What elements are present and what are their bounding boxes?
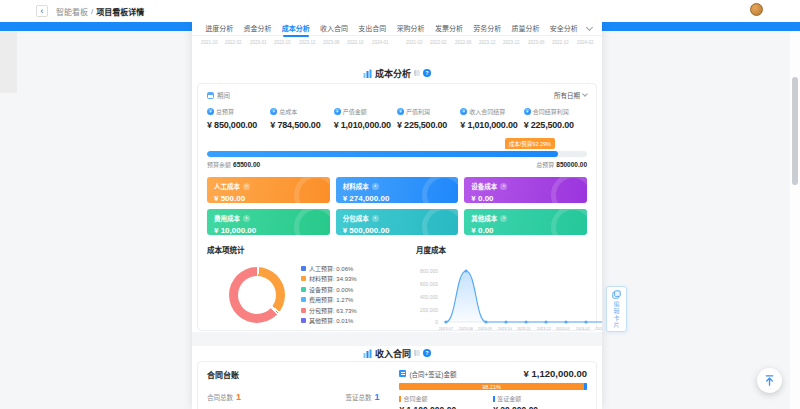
cost-section-header: 成本分析 ? [192, 65, 602, 81]
income-legend-visa: 签证金额 [493, 394, 587, 403]
tab-cost-analysis[interactable]: 成本分析 [277, 21, 315, 36]
tabs-collapse-chevron-icon[interactable] [586, 23, 593, 30]
cost-card-labor[interactable]: 人工成本› ¥ 500.00 [207, 177, 330, 203]
x-axis-tick: 2024-01 [555, 326, 572, 330]
period-label: 期间 [217, 90, 230, 100]
contract-stacked-bar[interactable]: 98.21% [399, 383, 587, 390]
back-chevron-icon: ‹ [41, 6, 44, 16]
contract-count: 合同总数 1 [207, 392, 241, 402]
axis-label: 2022-06 [455, 39, 472, 44]
axis-label: 2021-10 [406, 39, 423, 44]
tab-expense-contract[interactable]: 支出合同 [353, 21, 391, 36]
visa-count: 签证总数 1 [345, 392, 379, 402]
donut-chart-title: 成本项统计 [207, 244, 416, 255]
cost-card-subcontract[interactable]: 分包成本› ¥ 500,000.00 [336, 209, 459, 235]
cost-budget-ratio-badge: 成本/预算92.29% [505, 138, 555, 149]
card-label: 设备成本 [471, 181, 497, 191]
breadcrumb-current: 项目看板详情 [96, 6, 144, 17]
axis-label: 2023-12 [298, 39, 315, 44]
tab-income-contract[interactable]: 收入合同 [315, 21, 353, 36]
back-button[interactable]: ‹ [36, 5, 48, 17]
calendar-icon [207, 92, 214, 99]
page-scrollbar [790, 31, 800, 409]
x-axis-tick: 2024-03 [594, 326, 602, 330]
donut-legend: 人工预算: 0.06% 材料预算: 34.93% 设备预算: 0.00% 费用预… [301, 263, 357, 326]
axis-label: 2022-10 [274, 39, 291, 44]
card-value: ¥ 0.00 [471, 226, 580, 235]
tab-safety-analysis[interactable]: 安全分析 [545, 21, 583, 36]
axis-label: 2022-02 [225, 39, 242, 44]
breadcrumb-root[interactable]: 智能看板 [56, 6, 88, 17]
screen: ‹ 智能看板 / 项目看板详情 进度分析 资金分析 成本分析 收入合同 支出合同… [0, 0, 800, 409]
page-scrollbar-thumb[interactable] [792, 77, 798, 185]
monthly-chart-title: 月度成本 [416, 244, 587, 255]
tab-progress-analysis[interactable]: 进度分析 [200, 21, 238, 36]
donut-legend-item[interactable]: 其他预算: 0.01% [301, 316, 357, 327]
yuan-icon: ¥ [397, 108, 404, 115]
tab-procurement-analysis[interactable]: 采购分析 [391, 21, 429, 36]
mini-chart-icon[interactable] [414, 70, 420, 76]
tab-funds-analysis[interactable]: 资金分析 [238, 21, 276, 36]
x-axis-tick: 2023-12 [535, 326, 552, 330]
edit-icon [612, 290, 621, 299]
metric-value: ¥ 225,500.00 [397, 120, 460, 130]
legend-dot [301, 318, 306, 323]
cost-card-material[interactable]: 材料成本› ¥ 274,000.00 [336, 177, 459, 203]
app-header: ‹ 智能看板 / 项目看板详情 [0, 0, 800, 22]
cost-charts-row: 成本项统计 人工预算: 0.06% 材料预算: 34.93% 设备预算: 0.0… [207, 244, 587, 338]
metric-value: ¥ 1,010,000.00 [334, 120, 397, 130]
metric-value: ¥ 225,500.00 [524, 120, 587, 130]
contract-count-value[interactable]: 1 [236, 392, 241, 402]
help-icon[interactable]: ? [423, 69, 431, 77]
visa-count-value[interactable]: 1 [374, 392, 379, 402]
cost-card-equipment[interactable]: 设备成本› ¥ 0.00 [464, 177, 587, 203]
y-axis-tick: 0 [416, 319, 438, 325]
card-label: 其他成本 [471, 213, 497, 223]
tab-quality-analysis[interactable]: 质量分析 [506, 21, 544, 36]
chevron-right-icon: › [243, 183, 250, 190]
legend-dot [301, 297, 306, 302]
income-section-header: 收入合同 ? [192, 346, 602, 360]
donut-legend-item[interactable]: 材料预算: 34.93% [301, 274, 357, 285]
visa-bar-fill [584, 383, 587, 390]
monthly-cost-chart: 月度成本 800,000 600,000 400,000 200,000 0 [416, 244, 587, 338]
contract-bar-fill: 98.21% [399, 383, 583, 390]
income-card-container: 合同台账 合同总数 1 签证总数 1 [197, 361, 597, 409]
yuan-icon: ¥ [524, 108, 531, 115]
metric-label: 总预算 [216, 107, 234, 116]
contract-amount: ¥ 1,100,000.00 [399, 405, 493, 409]
metric-settlement-profit: ¥合同结算利润 ¥ 225,500.00 [524, 107, 587, 130]
avatar[interactable] [750, 3, 763, 16]
donut-chart[interactable] [229, 267, 285, 323]
metric-label: 产值金额 [343, 107, 367, 116]
tab-labor-analysis[interactable]: 劳务分析 [468, 21, 506, 36]
y-axis-tick: 600,000 [416, 281, 438, 287]
donut-legend-item[interactable]: 设备预算: 0.00% [301, 284, 357, 295]
tab-invoice-analysis[interactable]: 发票分析 [430, 21, 468, 36]
budget-progress-track [207, 151, 587, 157]
donut-legend-item[interactable]: 人工预算: 0.06% [301, 263, 357, 274]
back-to-top-button[interactable] [757, 368, 782, 393]
cost-card-other[interactable]: 其他成本› ¥ 0.00 [464, 209, 587, 235]
monthly-chart-plot[interactable]: 800,000 600,000 400,000 200,000 0 [416, 260, 587, 338]
edit-card-label: 编辑卡片 [612, 301, 621, 329]
cost-card-expense[interactable]: 费用成本› ¥ 10,000.00 [207, 209, 330, 235]
y-axis-tick: 200,000 [416, 307, 438, 313]
edit-card-button[interactable]: 编辑卡片 [606, 286, 627, 332]
chevron-down-icon [582, 91, 588, 97]
date-filter-dropdown[interactable]: 所有日期 [554, 90, 587, 100]
card-value: ¥ 274,000.00 [343, 194, 452, 203]
axis-label: 2023-12 [479, 39, 496, 44]
card-label: 费用成本 [214, 213, 240, 223]
help-icon[interactable]: ? [423, 349, 431, 357]
axis-label: 2024-02 [577, 39, 594, 44]
mini-chart-icon[interactable] [414, 350, 420, 356]
donut-legend-item[interactable]: 分包预算: 63.73% [301, 305, 357, 316]
axis-label: 2022-10 [347, 39, 364, 44]
breadcrumb: 智能看板 / 项目看板详情 [56, 6, 144, 17]
card-value: ¥ 500.00 [214, 194, 323, 203]
amount-value: ¥ 1,120,000.00 [524, 368, 587, 379]
metric-income-settlement: ¥收入合同结算 ¥ 1,010,000.00 [460, 107, 523, 130]
donut-legend-item[interactable]: 费用预算: 1.27% [301, 295, 357, 306]
cost-metrics-row: ¥总预算 ¥ 850,000.00 ¥总成本 ¥ 784,500.00 ¥产值金… [207, 107, 587, 130]
